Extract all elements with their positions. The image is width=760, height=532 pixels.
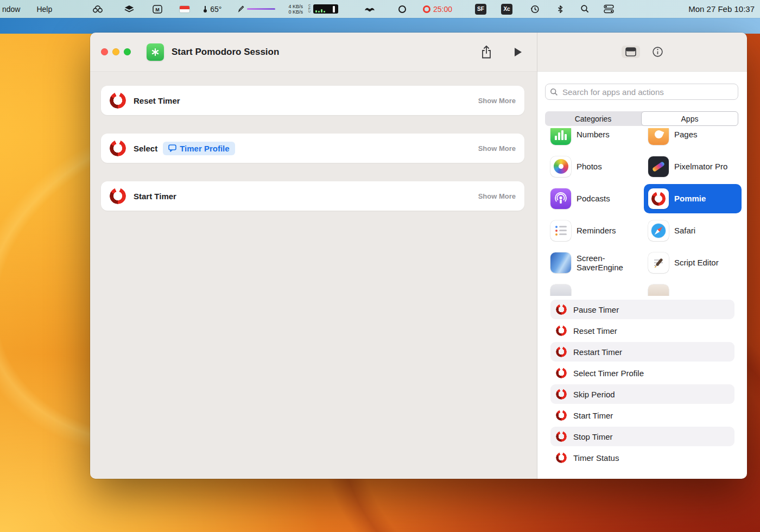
show-more-button[interactable]: Show More <box>478 192 516 200</box>
app-label: Pages <box>674 130 698 139</box>
library-icon <box>625 47 636 56</box>
brush-stroke-glyph <box>652 161 665 172</box>
cpu-label: CPU <box>308 4 312 14</box>
pommie-icon <box>556 304 567 315</box>
app-item-partial[interactable] <box>546 280 644 296</box>
parameter-value: Timer Profile <box>180 144 229 153</box>
thermometer-icon <box>202 5 208 13</box>
show-more-button[interactable]: Show More <box>478 97 516 105</box>
pomodoro-menubar-widget[interactable]: 25:00 <box>423 5 452 14</box>
pommie-icon <box>556 389 567 400</box>
cpu-monitor-widget[interactable]: CPU <box>308 4 338 14</box>
action-title: Start Timer <box>134 192 176 201</box>
m-app-icon[interactable]: M <box>153 5 162 14</box>
app-item-reminders[interactable]: Reminders <box>546 216 644 245</box>
tablet-pen-widget[interactable] <box>238 5 275 12</box>
app-label: Pommie <box>674 194 706 203</box>
quill-glyph <box>653 129 664 140</box>
action-item-timer-status[interactable]: Timer Status <box>550 448 734 467</box>
xcode-icon[interactable]: Xc <box>501 4 512 15</box>
bluetooth-icon[interactable] <box>556 5 564 14</box>
search-field[interactable] <box>545 84 738 100</box>
timer-profile-parameter[interactable]: Timer Profile <box>163 142 235 155</box>
shortcut-app-icon <box>147 43 164 61</box>
action-item-select-timer-profile[interactable]: Select Timer Profile <box>550 363 734 383</box>
pommie-app-icon <box>648 188 669 209</box>
download-speed: 0 KB/s <box>288 9 303 15</box>
search-icon <box>550 88 558 96</box>
pen-pressure-bar <box>247 8 275 10</box>
app-item-script-editor[interactable]: Script Editor <box>644 248 742 277</box>
run-shortcut-button[interactable] <box>513 47 523 58</box>
tab-categories[interactable]: Categories <box>545 111 641 126</box>
action-label: Start Timer <box>573 411 613 420</box>
bat-icon[interactable] <box>364 5 375 13</box>
app-item-numbers[interactable]: Numbers <box>546 128 644 149</box>
network-speed-widget[interactable]: 4 KB/s 0 KB/s <box>288 4 303 15</box>
action-library-toggle[interactable] <box>622 46 640 58</box>
action-item-pause-timer[interactable]: Pause Timer <box>550 300 734 319</box>
app-item-pixelmator-pro[interactable]: Pixelmator Pro <box>644 152 742 181</box>
layers-icon[interactable] <box>124 5 135 13</box>
app-item-partial[interactable] <box>644 280 742 296</box>
safari-icon <box>648 220 669 241</box>
action-card-start-timer[interactable]: Start Timer Show More <box>101 181 524 211</box>
indonesia-flag-icon[interactable] <box>180 6 189 12</box>
apps-scroll-area[interactable]: Numbers Pages <box>537 128 747 296</box>
numbers-icon <box>550 128 571 145</box>
app-actions-list: Pause Timer Reset Timer Restart Timer Se… <box>550 300 734 469</box>
pen-icon <box>238 5 244 12</box>
action-library-panel: Categories Apps Numbers <box>537 72 747 479</box>
app-label: Numbers <box>577 130 610 139</box>
action-item-stop-timer[interactable]: Stop Timer <box>550 427 734 446</box>
binoculars-icon[interactable] <box>92 5 103 14</box>
circle-status-icon[interactable] <box>398 5 407 14</box>
app-item-podcasts[interactable]: Podcasts <box>546 184 644 213</box>
pommie-icon <box>110 92 126 109</box>
temperature-value: 65° <box>210 5 221 14</box>
menu-help[interactable]: Help <box>35 5 53 14</box>
action-card-select-timer-profile[interactable]: Select Timer Profile Show More <box>101 134 524 163</box>
search-input[interactable] <box>561 87 733 97</box>
temperature-widget[interactable]: 65° <box>202 5 221 14</box>
pommie-icon <box>556 431 567 442</box>
pages-icon <box>648 128 669 145</box>
menubar-clock[interactable]: Mon 27 Feb 10:37 <box>688 4 755 14</box>
pen-paper-glyph <box>651 256 666 270</box>
reminders-icon <box>550 220 571 241</box>
show-more-button[interactable]: Show More <box>478 144 516 153</box>
close-button[interactable] <box>101 48 108 55</box>
menu-window-partial[interactable]: ndow <box>1 5 21 14</box>
action-item-restart-timer[interactable]: Restart Timer <box>550 342 734 362</box>
action-item-skip-period[interactable]: Skip Period <box>550 384 734 404</box>
app-item-screensaverengine[interactable]: Screen-SaverEngine <box>546 248 644 277</box>
control-center-icon[interactable] <box>604 4 614 14</box>
action-label: Timer Status <box>573 453 619 463</box>
action-card-reset-timer[interactable]: Reset Timer Show More <box>101 86 524 115</box>
share-button[interactable] <box>480 45 492 59</box>
pommie-icon <box>556 346 567 357</box>
app-label: Safari <box>674 226 695 235</box>
app-item-pommie-selected[interactable]: Pommie <box>644 184 742 213</box>
search-icon[interactable] <box>580 4 590 14</box>
action-item-start-timer[interactable]: Start Timer <box>550 406 734 425</box>
title-bar: Start Pomodoro Session <box>90 33 537 72</box>
cpu-graph <box>313 4 338 14</box>
sf-symbols-icon[interactable]: SF <box>475 4 486 15</box>
app-item-pages[interactable]: Pages <box>644 128 742 149</box>
app-item-safari[interactable]: Safari <box>644 216 742 245</box>
tab-apps[interactable]: Apps <box>641 111 738 126</box>
upload-speed: 4 KB/s <box>288 4 303 9</box>
history-clock-icon[interactable] <box>530 4 540 14</box>
timer-countdown: 25:00 <box>433 5 452 14</box>
pommie-glyph <box>651 192 666 206</box>
zoom-button[interactable] <box>124 48 131 55</box>
info-button[interactable] <box>652 46 663 58</box>
action-item-reset-timer[interactable]: Reset Timer <box>550 321 734 340</box>
info-icon <box>652 46 663 58</box>
pommie-icon <box>556 368 567 378</box>
app-item-photos[interactable]: Photos <box>546 152 644 181</box>
shortcuts-editor-window: Start Pomodoro Session Reset Timer Show … <box>90 33 747 479</box>
play-icon <box>513 47 523 58</box>
minimize-button[interactable] <box>112 48 119 55</box>
